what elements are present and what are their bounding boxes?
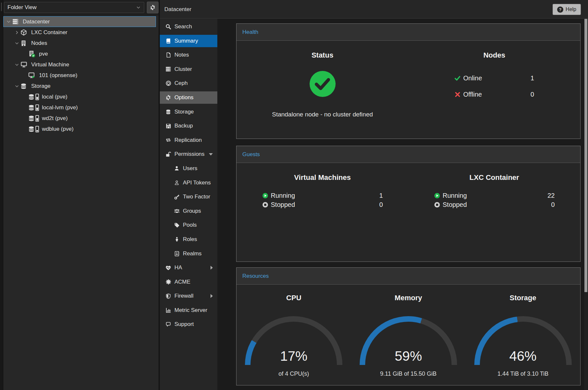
lxc-stopped-count: 0 [551,201,555,208]
view-mode-label: Folder View [7,4,36,11]
nav-item-users[interactable]: Users [160,162,217,175]
lxc-running-row: Running 22 [434,192,555,199]
tree-item-label: Storage [31,83,51,89]
cpu-gauge: 17% [245,316,342,365]
nav-item-realms[interactable]: Realms [160,248,217,260]
nav-item-two-factor[interactable]: Two Factor [160,191,217,203]
cluster-status-message: Standalone node - no cluster defined [272,111,373,118]
tag-icon [173,222,180,228]
nav-item-notes[interactable]: Notes [160,49,217,61]
tree-item-storage[interactable]: Storage [3,81,156,91]
memory-gauge: 59% [360,316,457,365]
book-icon [165,38,172,44]
tree-item-datacenter[interactable]: Datacenter [3,16,156,27]
user-group-icon [173,208,180,214]
seal-icon [165,279,172,285]
nav-item-backup[interactable]: Backup [160,120,217,132]
cpu-gauge-section: CPU 17% of 4 CPU(s) [236,285,351,377]
vm-heading: Virtual Machines [294,173,351,182]
monitor-icon [20,61,28,68]
tree-item-vm-101[interactable]: 101 (opnsense) [3,70,156,81]
storage-percent: 46% [474,348,572,364]
nav-item-firewall[interactable]: Firewall [160,290,217,302]
nodes-offline-row: Offline 0 [454,91,534,98]
check-icon [454,75,461,81]
chevron-right-icon[interactable] [13,30,20,35]
nav-item-search[interactable]: Search [160,20,217,33]
tree-item-label: wd2t (pve) [42,115,68,122]
nav-item-ceph[interactable]: Ceph [160,77,217,89]
tree-item-label: local-lvm (pve) [42,104,78,111]
nav-item-api-tokens[interactable]: API Tokens [160,177,217,189]
play-circle-icon [434,193,440,199]
chevron-down-icon[interactable] [13,84,20,88]
scrollbar-thumb[interactable] [584,19,587,292]
usage-bar-icon [35,115,39,122]
magnifier-icon [165,24,172,30]
tree-item-pve[interactable]: pve [3,48,156,59]
memory-subtext: 9.11 GiB of 15.50 GiB [380,370,437,377]
chevron-down-icon[interactable] [13,62,20,67]
tree-item-storage-wdblue[interactable]: wdblue (pve) [3,124,156,134]
chevron-down-icon[interactable] [5,19,12,24]
tree-item-label: Datacenter [23,19,50,25]
nav-item-options[interactable]: Options [160,91,217,104]
tree-item-storage-local[interactable]: local (pve) [3,91,156,102]
tree-item-storage-wd2t[interactable]: wd2t (pve) [3,113,156,124]
usage-bar-icon [35,94,39,100]
shield-icon [165,293,172,299]
nodes-online-row: Online 1 [454,74,534,82]
help-button[interactable]: ? Help [553,4,581,15]
vm-running-count: 1 [379,192,383,199]
datacenter-nav: Search Summary Notes Cluster Ceph Option… [160,19,217,390]
tree-item-nodes[interactable]: Nodes [3,38,156,48]
nav-item-ha[interactable]: HA [160,262,217,274]
tree-item-label: Virtual Machine [31,61,69,68]
nav-item-summary[interactable]: Summary [160,35,217,47]
tree-item-lxc-container[interactable]: LXC Container [3,27,156,38]
chevron-down-icon[interactable] [13,41,20,46]
nav-item-roles[interactable]: Roles [160,233,217,246]
resources-panel-title: Resources [236,268,580,285]
database-icon [20,83,28,89]
nav-item-pools[interactable]: Pools [160,219,217,231]
usage-bar-icon [35,104,39,111]
storage-subtext: 1.44 TiB of 3.10 TiB [497,370,548,377]
vm-running-row: Running 1 [262,192,383,199]
vertical-scrollbar[interactable] [584,19,588,390]
tree-item-label: pve [39,51,48,57]
database-icon [28,126,34,132]
nav-item-acme[interactable]: ACME [160,276,217,288]
tree-item-label: Nodes [31,40,47,47]
database-icon [165,109,172,115]
memory-gauge-section: Memory 59% 9.11 GiB of 15.50 GiB [351,285,466,377]
nav-item-metric-server[interactable]: Metric Server [160,304,217,316]
cpu-subtext: of 4 CPU(s) [278,370,309,377]
page-title: Datacenter [164,0,191,19]
lxc-stopped-row: Stopped 0 [434,201,555,208]
nav-item-storage[interactable]: Storage [160,106,217,118]
health-panel-title: Health [236,24,580,41]
server-stack-icon [12,19,20,25]
nodes-heading: Nodes [483,51,505,60]
tree-item-label: wdblue (pve) [42,126,73,132]
view-mode-select[interactable]: Folder View [4,2,144,13]
ceph-icon [165,80,172,87]
help-button-label: Help [566,7,576,12]
cpu-percent: 17% [245,348,342,364]
node-online-icon [28,50,36,58]
nav-item-replication[interactable]: Replication [160,134,217,146]
nav-item-support[interactable]: Support [160,318,217,330]
user-icon [173,166,180,171]
gear-icon [150,5,156,10]
stop-circle-icon [262,202,268,208]
nav-item-permissions[interactable]: Permissions [160,148,217,160]
server-stack-icon [165,66,172,72]
nav-item-cluster[interactable]: Cluster [160,63,217,75]
nav-item-groups[interactable]: Groups [160,205,217,217]
tree-item-virtual-machine[interactable]: Virtual Machine [3,59,156,70]
tree-settings-button[interactable] [147,2,159,13]
tree-item-storage-local-lvm[interactable]: local-lvm (pve) [3,102,156,113]
nodes-online-count: 1 [530,74,534,82]
storage-gauge-section: Storage 46% 1.44 TiB of 3.10 TiB [466,285,580,377]
